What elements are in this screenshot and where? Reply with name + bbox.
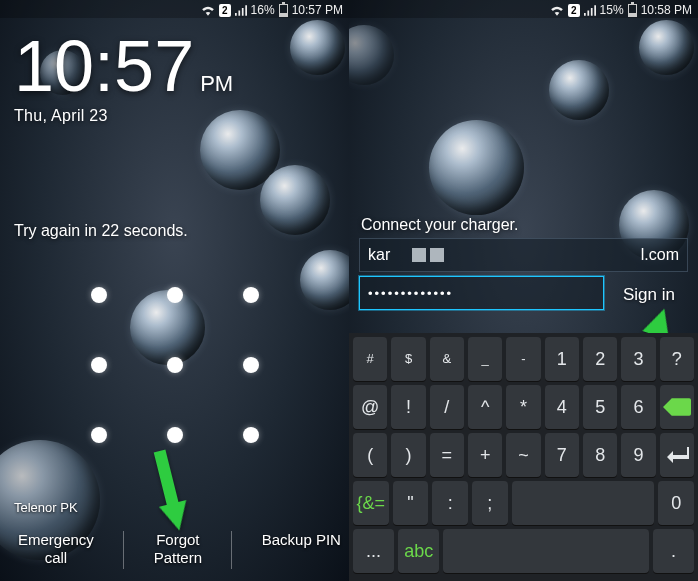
- pattern-dot[interactable]: [91, 427, 107, 443]
- lock-clock: 10:57PM Thu, April 23: [14, 36, 233, 125]
- annotation-arrow-icon: [159, 500, 193, 534]
- key[interactable]: /: [430, 385, 464, 429]
- key[interactable]: @: [353, 385, 387, 429]
- key[interactable]: 8: [583, 433, 617, 477]
- pattern-grid[interactable]: [61, 260, 289, 470]
- abc-key[interactable]: abc: [398, 529, 439, 573]
- password-field[interactable]: •••••••••••••: [359, 276, 604, 310]
- key[interactable]: *: [506, 385, 540, 429]
- redaction-block: [430, 248, 444, 262]
- battery-pct: 15%: [600, 3, 624, 17]
- key[interactable]: #: [353, 337, 387, 381]
- clock-ampm: PM: [200, 71, 233, 96]
- battery-icon: [279, 4, 288, 17]
- battery-icon: [628, 4, 637, 17]
- key[interactable]: -: [506, 337, 540, 381]
- key[interactable]: &: [430, 337, 464, 381]
- separator: [123, 531, 124, 569]
- status-time: 10:57 PM: [292, 3, 343, 17]
- pattern-dot[interactable]: [167, 357, 183, 373]
- bottom-button-row: Emergency call Forgot Pattern Backup PIN: [0, 531, 349, 569]
- key[interactable]: 6: [621, 385, 655, 429]
- clock-date: Thu, April 23: [14, 107, 233, 125]
- wallpaper-diamond: [349, 25, 394, 85]
- key[interactable]: ): [391, 433, 425, 477]
- lockscreen-pattern: 2 16% 10:57 PM 10:57PM Thu, April 23 Try…: [0, 0, 349, 581]
- signal-icon: [584, 5, 596, 16]
- email-field[interactable]: kar l.com: [359, 238, 688, 272]
- symbols-shift-key[interactable]: {&=: [353, 481, 389, 525]
- wallpaper-diamond: [290, 20, 345, 75]
- pattern-dot[interactable]: [243, 427, 259, 443]
- period-key[interactable]: .: [653, 529, 694, 573]
- sim-indicator: 2: [219, 4, 231, 17]
- clock-time: 10:57: [14, 36, 194, 97]
- lockscreen-signin: 2 15% 10:58 PM Connect your charger. kar…: [349, 0, 698, 581]
- pattern-dot[interactable]: [91, 357, 107, 373]
- backspace-key[interactable]: [660, 385, 694, 429]
- wallpaper-diamond: [549, 60, 609, 120]
- battery-pct: 16%: [251, 3, 275, 17]
- wifi-icon: [550, 5, 564, 16]
- pattern-dot[interactable]: [243, 357, 259, 373]
- wallpaper-diamond: [300, 250, 349, 310]
- redaction-block: [412, 248, 426, 262]
- lockout-message: Try again in 22 seconds.: [14, 222, 188, 240]
- signal-icon: [235, 5, 247, 16]
- key[interactable]: (: [353, 433, 387, 477]
- key[interactable]: :: [432, 481, 468, 525]
- key[interactable]: +: [468, 433, 502, 477]
- lang-key[interactable]: ...: [353, 529, 394, 573]
- carrier-label: Telenor PK: [14, 500, 78, 515]
- wifi-icon: [201, 5, 215, 16]
- key[interactable]: $: [391, 337, 425, 381]
- password-mask: •••••••••••••: [368, 286, 453, 301]
- soft-keyboard: # $ & _ - 1 2 3 ? @ ! / ^ * 4 5 6 ( ) = …: [349, 333, 698, 581]
- key[interactable]: 9: [621, 433, 655, 477]
- key[interactable]: _: [468, 337, 502, 381]
- key[interactable]: ;: [472, 481, 508, 525]
- wallpaper-diamond: [429, 120, 524, 215]
- space-key[interactable]: [512, 481, 655, 525]
- status-bar: 2 16% 10:57 PM: [0, 0, 349, 18]
- key[interactable]: =: [430, 433, 464, 477]
- key[interactable]: 1: [545, 337, 579, 381]
- pattern-dot[interactable]: [167, 427, 183, 443]
- login-form: kar l.com ••••••••••••• Sign in: [359, 238, 688, 314]
- sim-indicator: 2: [568, 4, 580, 17]
- key[interactable]: ": [393, 481, 429, 525]
- key[interactable]: 3: [621, 337, 655, 381]
- key[interactable]: 4: [545, 385, 579, 429]
- status-time: 10:58 PM: [641, 3, 692, 17]
- emergency-call-button[interactable]: Emergency call: [18, 531, 94, 569]
- key[interactable]: 7: [545, 433, 579, 477]
- wallpaper-diamond: [260, 165, 330, 235]
- key[interactable]: 0: [658, 481, 694, 525]
- pattern-dot[interactable]: [243, 287, 259, 303]
- enter-key[interactable]: [660, 433, 694, 477]
- key[interactable]: ~: [506, 433, 540, 477]
- backup-pin-button[interactable]: Backup PIN: [262, 531, 341, 569]
- key[interactable]: !: [391, 385, 425, 429]
- separator: [231, 531, 232, 569]
- key[interactable]: 5: [583, 385, 617, 429]
- email-value-prefix: kar: [368, 246, 390, 264]
- pattern-dot[interactable]: [167, 287, 183, 303]
- email-value-suffix: l.com: [641, 246, 679, 264]
- status-bar: 2 15% 10:58 PM: [349, 0, 698, 18]
- space-key[interactable]: [443, 529, 649, 573]
- charger-message: Connect your charger.: [361, 216, 518, 234]
- key[interactable]: ?: [660, 337, 694, 381]
- key[interactable]: ^: [468, 385, 502, 429]
- key[interactable]: 2: [583, 337, 617, 381]
- wallpaper-diamond: [639, 20, 694, 75]
- forgot-pattern-button[interactable]: Forgot Pattern: [154, 531, 202, 569]
- pattern-dot[interactable]: [91, 287, 107, 303]
